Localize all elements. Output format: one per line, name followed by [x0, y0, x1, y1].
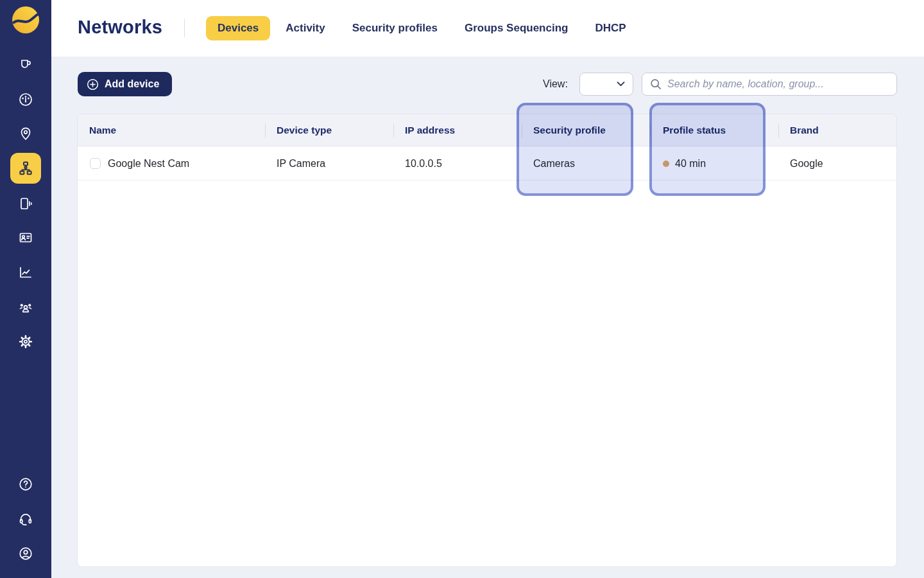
- column-header-name[interactable]: Name: [89, 114, 116, 146]
- search-box: [642, 73, 897, 96]
- cell-security-profile: Cameras: [533, 146, 575, 180]
- top-header: Networks Devices Activity Security profi…: [51, 0, 924, 57]
- tab-dhcp[interactable]: DHCP: [583, 16, 637, 40]
- plus-circle-icon: [87, 78, 99, 91]
- help-icon[interactable]: [18, 477, 33, 492]
- profile-status-text: 40 min: [675, 158, 706, 169]
- column-header-security-profile[interactable]: Security profile: [533, 114, 606, 146]
- sidebar: [0, 0, 51, 578]
- cell-profile-status: 40 min: [663, 146, 706, 180]
- view-dropdown[interactable]: [579, 73, 633, 96]
- gauge-icon[interactable]: [18, 92, 33, 107]
- add-device-button[interactable]: Add device: [78, 72, 172, 96]
- tab-groups-sequencing[interactable]: Groups Sequencing: [453, 16, 580, 40]
- tab-bar: Devices Activity Security profiles Group…: [206, 16, 638, 40]
- add-device-label: Add device: [105, 78, 159, 90]
- column-divider: [522, 123, 522, 137]
- mobile-signal-icon[interactable]: [18, 196, 33, 211]
- page-title: Networks: [78, 17, 162, 38]
- tab-devices[interactable]: Devices: [206, 16, 270, 40]
- column-header-ip-address[interactable]: IP address: [405, 114, 455, 146]
- column-divider: [778, 123, 779, 137]
- column-header-device-type[interactable]: Device type: [277, 114, 332, 146]
- devices-table: Name Device type IP address Security pro…: [77, 114, 897, 567]
- cup-icon[interactable]: [18, 57, 33, 72]
- headset-icon[interactable]: [18, 511, 33, 527]
- column-header-brand[interactable]: Brand: [790, 114, 819, 146]
- cell-brand: Google: [790, 146, 823, 180]
- cell-name: Google Nest Cam: [108, 146, 189, 180]
- tab-security-profiles[interactable]: Security profiles: [341, 16, 449, 40]
- column-divider: [393, 123, 394, 137]
- title-divider: [184, 19, 185, 37]
- team-icon[interactable]: [18, 299, 33, 315]
- tab-activity[interactable]: Activity: [274, 16, 336, 40]
- network-sitemap-icon[interactable]: [10, 153, 41, 184]
- table-header-row: Name Device type IP address Security pro…: [78, 114, 896, 146]
- search-icon: [650, 78, 662, 90]
- location-pin-icon[interactable]: [18, 126, 33, 141]
- column-divider: [650, 123, 651, 137]
- search-input[interactable]: [667, 78, 889, 90]
- line-chart-icon[interactable]: [18, 265, 33, 280]
- id-card-icon[interactable]: [18, 230, 33, 245]
- cell-device-type: IP Camera: [277, 146, 325, 180]
- brand-logo[interactable]: [12, 6, 40, 34]
- column-header-profile-status[interactable]: Profile status: [663, 114, 726, 146]
- chevron-down-icon: [617, 82, 625, 87]
- settings-icon[interactable]: [18, 334, 33, 349]
- cell-ip-address: 10.0.0.5: [405, 146, 442, 180]
- view-label: View:: [543, 78, 568, 90]
- table-row[interactable]: Google Nest Cam IP Camera 10.0.0.5 Camer…: [78, 146, 896, 180]
- column-divider: [265, 123, 266, 137]
- row-checkbox[interactable]: [90, 158, 101, 169]
- account-icon[interactable]: [18, 546, 33, 561]
- status-dot: [663, 161, 669, 167]
